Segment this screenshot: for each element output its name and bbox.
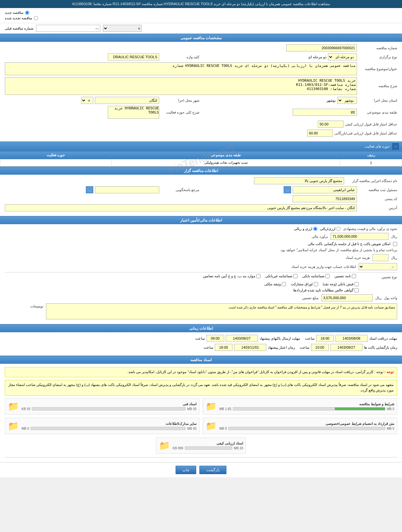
- doc2-max-size: 50 MB: [187, 407, 196, 411]
- desc-row: شرح مناقصه: [5, 77, 397, 95]
- city-select[interactable]: v: [81, 97, 93, 104]
- type-label: نوع برگزاری: [359, 55, 397, 59]
- taxcert-checkbox[interactable]: [354, 288, 359, 292]
- manager-input[interactable]: [293, 186, 357, 193]
- general-specs-header: مشخصات مناقصه عمومی: [0, 34, 402, 42]
- type-keyword-row: نوع برگزاری دو مرحله ای دو مرحله ای کلید…: [5, 53, 397, 60]
- doc2-progress-fill: [184, 408, 185, 410]
- category-input[interactable]: [293, 109, 357, 116]
- doc1-progress-bar: [233, 407, 385, 410]
- realestate-checkbox[interactable]: [282, 282, 286, 286]
- payment-checkbox[interactable]: [393, 242, 397, 246]
- estimate-currency: ریال: [391, 234, 397, 239]
- toggle-button[interactable]: -: [392, 143, 399, 150]
- guarantee-amount-input[interactable]: [321, 294, 373, 301]
- tender-number-row: شماره مناقصه: [5, 44, 397, 51]
- activity-title: حوزه های فعالیت: [365, 144, 390, 149]
- category-activity-row: طبقه بندی موضوعی شرح کلی حوزه فعالیت: [5, 106, 397, 119]
- bank-info-select[interactable]: --: [359, 263, 397, 270]
- row-classification: سپ تجهیزات نجات هیدرولیکی: [112, 159, 340, 166]
- guarantee-checkbox[interactable]: [352, 274, 356, 278]
- activity-item: شرح کلی حوزه فعالیت: [5, 106, 199, 119]
- top-bar: مشاهده اطلاعات مناقصه عمومی همزمان با ار…: [0, 0, 402, 8]
- activity-textarea[interactable]: [108, 106, 159, 119]
- province-item: استان محل اجرا بوشهر بوشهر: [203, 97, 397, 104]
- prev-tender-input[interactable]: [36, 25, 100, 32]
- pricing-option1-radio[interactable]: [336, 227, 341, 231]
- scores-row: حداقل امتیاز قابل قبول ارزیابی کیفی: [5, 121, 397, 128]
- type-select[interactable]: دو مرحله ای: [328, 53, 357, 60]
- address-input[interactable]: [5, 204, 357, 211]
- reference-ellipsis-button[interactable]: ...: [86, 186, 93, 193]
- opening-time[interactable]: [311, 344, 329, 351]
- manager-ellipsis-button[interactable]: ...: [284, 186, 291, 193]
- articles-label: موارد بند ب، ج و خ آیین نامه تضامین: [203, 274, 255, 278]
- doc-note-text: توجه : کاربر گرامی، دریافت اسناد در مهلت…: [127, 370, 383, 374]
- timeline-header: اطلاعات زمانی: [0, 324, 402, 332]
- articles-checkbox[interactable]: [256, 274, 260, 278]
- financial-score-input[interactable]: [307, 130, 333, 137]
- receive-doc-date[interactable]: [335, 335, 368, 342]
- new-tender-radio[interactable]: [25, 11, 29, 15]
- keyword-input[interactable]: [108, 53, 159, 60]
- new-tender-row: مناقصه جدید: [5, 11, 29, 15]
- estimate-input[interactable]: [331, 233, 388, 240]
- title-textarea[interactable]: [5, 62, 357, 75]
- send-pack-time[interactable]: [206, 335, 224, 342]
- financial-score-label: حداقل امتیاز قابل قبول ارزیابی فنی/بازرگ…: [334, 131, 397, 135]
- doc2-current-size: 93 KB: [22, 407, 30, 411]
- receive-doc-time[interactable]: [316, 335, 334, 342]
- face-value-checkbox[interactable]: [354, 282, 359, 286]
- reference-input[interactable]: [95, 186, 159, 193]
- timeline-section: مهلت دریافت اسناد ساعت مهلت ارسال باکتها…: [0, 332, 402, 356]
- general-specs-section: شماره مناقصه نوع برگزاری دو مرحله ای دو …: [0, 42, 402, 142]
- pricing-option2-radio[interactable]: [313, 227, 317, 231]
- province-select[interactable]: بوشهر: [337, 97, 357, 104]
- bank-guarantee-checkbox[interactable]: [325, 274, 330, 278]
- postal-input[interactable]: [293, 195, 357, 202]
- opening-date[interactable]: [330, 344, 362, 351]
- timeline-row2: زمان بازگشایی باکت ها ساعت زمان اعتبار پ…: [5, 344, 397, 351]
- face-value-label: فیش بانکی (وجه نقد): [323, 282, 354, 286]
- org-name-row: نام دستگاه اجرایی مناقصه گزار: [5, 177, 397, 184]
- province-label: استان محل اجرا: [359, 98, 397, 103]
- org-name-input[interactable]: [254, 177, 344, 184]
- back-button[interactable]: بازگشت: [199, 466, 226, 474]
- doc-item-5: اسناد ارزیابی کیفی 20 MB 890 KB 📁: [156, 437, 246, 454]
- doc-note2-text: متعهد می شود در اسناد مناقصه، صرفاً بپذی…: [8, 383, 394, 392]
- doc-note-red: توجه :: [384, 370, 394, 374]
- province-city-row: استان محل اجرا بوشهر بوشهر شهر محل اجرا …: [5, 97, 397, 104]
- province-value: بوشهر: [326, 98, 336, 103]
- opening-item: زمان بازگشایی باکت ها ساعت: [300, 344, 397, 351]
- non-bank-checkbox[interactable]: [293, 274, 297, 278]
- postal-row: کد پستی: [5, 195, 397, 202]
- guarantee-desc-row: مصادیق ضمانت نامه قابل پذیرش در بند 7 از…: [5, 303, 397, 319]
- city-input[interactable]: [95, 97, 159, 104]
- tender-number-input[interactable]: [286, 44, 357, 51]
- doc3-progress-row: 5 MB 0 MB: [219, 427, 394, 430]
- print-button[interactable]: چاپ: [176, 466, 196, 474]
- documents-section: توجه : توجه : کاربر گرامی، دریافت اسناد …: [0, 364, 402, 462]
- renewed-tender-radio[interactable]: [34, 16, 38, 20]
- activity-section: - حوزه های فعالیت IriaTender.net ردیف طب…: [0, 142, 402, 167]
- validity-time[interactable]: [215, 344, 233, 351]
- doc3-max-size: 5 MB: [387, 427, 394, 430]
- validity-date[interactable]: [234, 344, 266, 351]
- receive-doc-label: مهلت دریافت اسناد: [369, 336, 397, 341]
- realestate-label: وثیقه ملکی: [264, 282, 281, 286]
- opening-label: زمان بازگشایی باکت ها: [364, 345, 397, 350]
- guarantee-desc: مصادیق ضمانت نامه قابل پذیرش در بند 7 از…: [46, 303, 397, 319]
- doc-cost-input[interactable]: [372, 254, 388, 261]
- prev-tender-select[interactable]: v: [103, 25, 142, 32]
- send-pack-label: مهلت ارسال باکتهای پیشنهاد: [260, 336, 300, 341]
- send-pack-date[interactable]: [226, 335, 258, 342]
- partnership-checkbox[interactable]: [314, 282, 318, 286]
- financial-section: نحوه ی برآورد مالی و قیمت پیشنهادی ارزی/…: [0, 224, 402, 324]
- quality-score-input[interactable]: [318, 121, 343, 128]
- doc1-progress-row: 5 MB 1.65 MB: [219, 407, 394, 411]
- manager-item: مسئول ثبت مناقصه ...: [203, 186, 397, 193]
- doc1-info: شرایط و ضوابط مناقصه 5 MB 1.65 MB: [219, 402, 394, 411]
- desc-textarea[interactable]: [5, 77, 357, 95]
- receive-doc-suffix: ساعت: [305, 336, 315, 341]
- doc2-progress-bar: [32, 407, 186, 410]
